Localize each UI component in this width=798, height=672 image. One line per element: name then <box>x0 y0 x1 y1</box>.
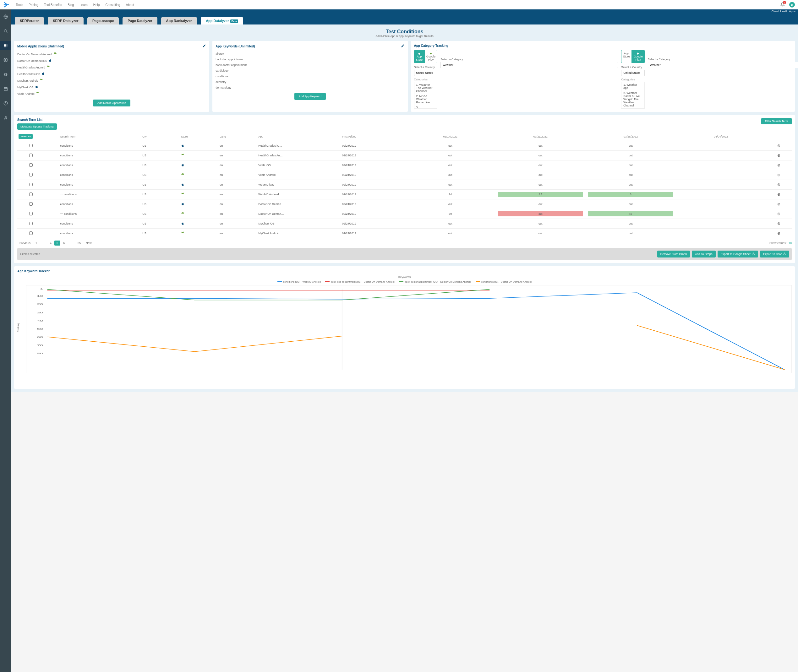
keyword-item[interactable]: dentistry <box>216 79 404 85</box>
category-input-android[interactable] <box>648 62 798 68</box>
sidebar-education-icon[interactable] <box>0 70 11 79</box>
table-header[interactable]: 03/28/2022 <box>586 132 676 141</box>
sidebar-gear-icon[interactable] <box>0 55 11 65</box>
keyword-item[interactable]: dermatology <box>216 85 404 90</box>
keyword-item[interactable]: allergy <box>216 51 404 56</box>
pagination-item[interactable]: … <box>40 240 47 246</box>
nav-link-learn[interactable]: Learn <box>80 3 88 6</box>
table-header[interactable]: First Added <box>341 132 405 141</box>
detail-icon[interactable]: ⊕ <box>777 182 780 187</box>
export-to-csv-button[interactable]: Export To CSV <box>760 251 789 258</box>
logo[interactable] <box>3 1 10 8</box>
notifications-bell[interactable]: 1 <box>780 2 785 7</box>
mobile-app-item[interactable]: HealthGrades Android <box>17 64 206 70</box>
google-play-toggle[interactable]: ▶ Google Play <box>425 50 437 63</box>
table-header[interactable]: Store <box>180 132 218 141</box>
pagination-item[interactable]: … <box>67 240 75 246</box>
nav-link-tools[interactable]: Tools <box>16 3 23 6</box>
add-mobile-app-button[interactable]: Add Mobile Application <box>93 99 130 106</box>
nav-link-pricing[interactable]: Pricing <box>29 3 38 6</box>
row-checkbox[interactable] <box>29 232 33 235</box>
category-input-ios[interactable] <box>441 62 618 68</box>
sidebar-help-icon[interactable] <box>0 99 11 108</box>
row-checkbox[interactable] <box>29 163 33 167</box>
sidebar-globe-icon[interactable] <box>0 12 11 21</box>
add-keyword-button[interactable]: Add App Keyword <box>294 93 326 100</box>
google-play-toggle-2[interactable]: ▶ Google Play <box>632 50 645 63</box>
nav-link-blog[interactable]: Blog <box>67 3 74 6</box>
table-header[interactable]: 04/04/2022 <box>676 132 766 141</box>
country-input-ios[interactable] <box>414 70 437 76</box>
detail-icon[interactable]: ⊕ <box>777 163 780 167</box>
pagination-item[interactable]: Previous <box>17 240 33 246</box>
metadata-tracking-button[interactable]: Metadata Update Tracking <box>17 123 57 130</box>
mobile-app-item[interactable]: Doctor On Demand Android <box>17 51 206 58</box>
table-header[interactable]: Lang <box>218 132 257 141</box>
row-checkbox[interactable] <box>29 202 33 206</box>
sidebar-user-icon[interactable] <box>0 113 11 122</box>
edit-icon[interactable] <box>401 44 405 48</box>
legend-item[interactable]: book doctor appointment (US) - Doctor On… <box>399 280 471 283</box>
category-item[interactable]: 2. Weather Radar & Live Widget: The Weat… <box>622 90 644 108</box>
row-checkbox[interactable] <box>29 154 33 157</box>
row-checkbox[interactable] <box>29 212 33 215</box>
category-item[interactable]: 3. AccuWeather: Weather Alerts <box>414 105 437 109</box>
mobile-app-item[interactable]: MyChart iOS <box>17 84 206 90</box>
add-to-graph-button[interactable]: Add To Graph <box>692 251 715 258</box>
edit-icon[interactable] <box>202 44 206 48</box>
keyword-item[interactable]: book doc appointment <box>216 56 404 62</box>
tab-serp-datalyzer[interactable]: SERP Datalyzer <box>48 17 83 24</box>
table-header[interactable]: Cty <box>141 132 180 141</box>
sidebar-search-icon[interactable] <box>0 26 11 36</box>
avatar[interactable]: D <box>789 2 795 8</box>
mobile-app-item[interactable]: Doctor On Demand iOS <box>17 58 206 64</box>
mobile-app-item[interactable]: Vitals Android <box>17 90 206 97</box>
tab-app-rankalyzer[interactable]: App Rankalyzer <box>161 17 197 24</box>
app-store-toggle[interactable]: App Store <box>414 50 425 63</box>
nav-link-about[interactable]: About <box>126 3 134 6</box>
table-header[interactable]: App <box>257 132 341 141</box>
table-header[interactable]: Search Term <box>45 132 141 141</box>
detail-icon[interactable]: ⊕ <box>777 231 780 235</box>
pagination-item[interactable]: Next <box>83 240 94 246</box>
tab-serperator[interactable]: SERPerator <box>15 17 44 24</box>
tab-app-datalyzer[interactable]: App DatalyzerBeta <box>201 17 243 24</box>
pagination-item[interactable]: 55 <box>75 240 83 246</box>
pagination-item[interactable]: 5 <box>54 240 60 246</box>
mobile-app-item[interactable]: MyChart Android <box>17 77 206 84</box>
row-checkbox[interactable] <box>29 192 33 196</box>
category-item[interactable]: 3. Weather by WeatherBug: Live Radar Map… <box>622 108 644 109</box>
keyword-item[interactable]: book doctor appointment <box>216 62 404 68</box>
nav-link-tool-benefits[interactable]: Tool Benefits <box>44 3 62 6</box>
nav-link-consulting[interactable]: Consulting <box>105 3 120 6</box>
table-header[interactable]: 03/21/2022 <box>495 132 586 141</box>
row-checkbox[interactable] <box>29 183 33 186</box>
detail-icon[interactable]: ⊕ <box>777 153 780 158</box>
app-store-toggle-2[interactable]: App Store <box>621 50 632 63</box>
nav-link-help[interactable]: Help <box>93 3 100 6</box>
pagination-item[interactable]: 1 <box>33 240 39 246</box>
pagination-item[interactable]: 6 <box>61 240 67 246</box>
export-to-google-sheet-button[interactable]: Export To Google Sheet <box>718 251 758 258</box>
table-header[interactable]: 03/14/2022 <box>405 132 495 141</box>
legend-item[interactable]: conditions (US) - Doctor On Demand Andro… <box>476 280 532 283</box>
row-checkbox[interactable] <box>29 144 33 147</box>
pagination-item[interactable]: 4 <box>48 240 54 246</box>
entries-count[interactable]: 10 <box>788 242 792 245</box>
select-all-button[interactable]: Select All <box>19 134 33 139</box>
category-item[interactable]: 1. Weather - The Weather Channel <box>414 82 437 94</box>
detail-icon[interactable]: ⊕ <box>777 173 780 177</box>
filter-search-term-button[interactable]: Filter Search Term <box>761 118 792 124</box>
detail-icon[interactable]: ⊕ <box>777 192 780 197</box>
tab-page-datalyzer[interactable]: Page Datalyzer <box>123 17 157 24</box>
remove-from-graph-button[interactable]: Remove From Graph <box>657 251 690 258</box>
detail-icon[interactable]: ⊕ <box>777 212 780 216</box>
legend-item[interactable]: book doc appointment (US) - Doctor On De… <box>325 280 394 283</box>
tab-page-oscope[interactable]: Page-oscope <box>87 17 119 24</box>
country-input-android[interactable] <box>621 70 645 76</box>
mobile-app-item[interactable]: HealthGrades iOS <box>17 70 206 77</box>
sidebar-calendar-icon[interactable] <box>0 84 11 94</box>
legend-item[interactable]: conditions (US) - WebMD Android <box>277 280 321 283</box>
detail-icon[interactable]: ⊕ <box>777 202 780 206</box>
keyword-item[interactable]: conditions <box>216 74 404 79</box>
